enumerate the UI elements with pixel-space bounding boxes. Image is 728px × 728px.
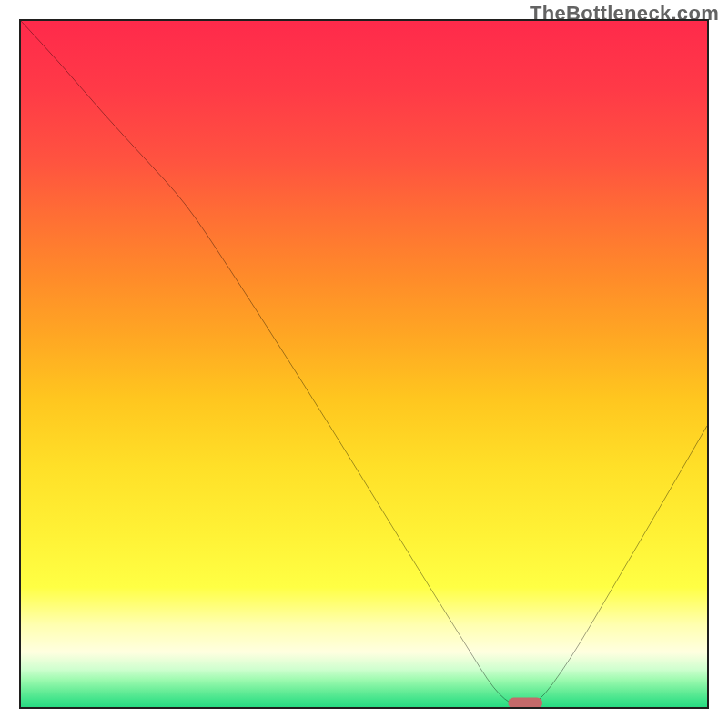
chart-svg bbox=[21, 21, 707, 707]
minimum-marker bbox=[508, 697, 542, 707]
chart-wrap: TheBottleneck.com bbox=[0, 0, 728, 728]
plot-area bbox=[19, 19, 709, 709]
bottleneck-curve bbox=[21, 21, 707, 707]
